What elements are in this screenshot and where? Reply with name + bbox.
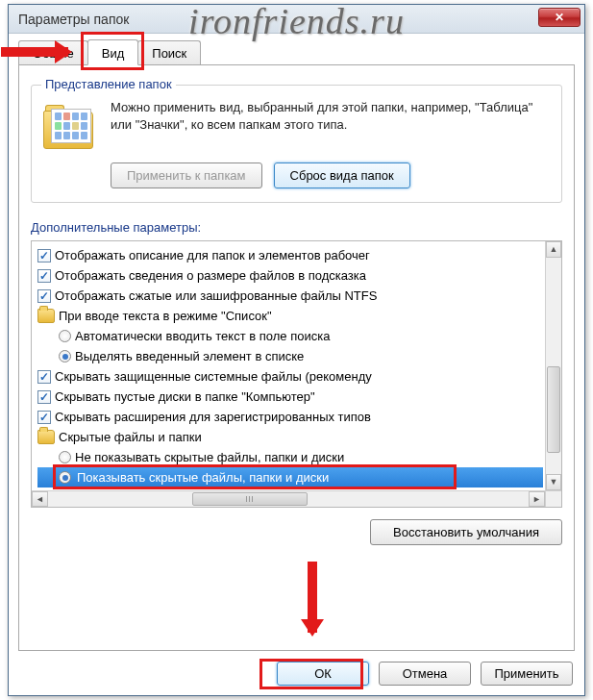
tree-item-label: Скрытые файлы и папки <box>59 430 202 444</box>
annotation-arrow-tab <box>1 47 68 57</box>
tree-item-8[interactable]: Скрывать расширения для зарегистрированн… <box>37 407 543 427</box>
tree-item-label: Не показывать скрытые файлы, папки и дис… <box>75 450 344 464</box>
tree-item-2[interactable]: Отображать сжатые или зашифрованные файл… <box>37 286 543 306</box>
advanced-settings-label: Дополнительные параметры: <box>31 220 562 235</box>
tree-item-label: При вводе текста в режиме "Список" <box>59 309 272 323</box>
folder-views-title: Представление папок <box>41 77 176 91</box>
tree-item-label: Показывать скрытые файлы, папки и диски <box>75 469 331 486</box>
hscroll-thumb[interactable] <box>192 492 308 506</box>
ok-button[interactable]: ОК <box>277 662 369 686</box>
checkbox-icon[interactable] <box>37 249 51 262</box>
close-icon: ✕ <box>555 11 564 24</box>
checkbox-icon[interactable] <box>37 411 51 424</box>
tree-item-label: Отображать сжатые или зашифрованные файл… <box>55 288 377 303</box>
horizontal-scrollbar[interactable]: ◄ ► <box>32 490 545 507</box>
window-title: Параметры папок <box>18 12 129 27</box>
tree-item-label: Отображать сведения о размере файлов в п… <box>55 268 366 283</box>
folder-views-description: Можно применить вид, выбранный для этой … <box>111 99 550 134</box>
advanced-settings-tree: Отображать описание для папок и элементо… <box>31 240 562 508</box>
scroll-down-icon[interactable]: ▼ <box>546 474 561 490</box>
tree-item-1[interactable]: Отображать сведения о размере файлов в п… <box>37 265 543 286</box>
tree-item-11[interactable]: Показывать скрытые файлы, папки и диски <box>37 467 543 488</box>
tab-view[interactable]: Вид <box>87 39 139 65</box>
tree-viewport: Отображать описание для папок и элементо… <box>32 241 545 490</box>
folder-icon <box>37 309 55 323</box>
tree-item-5[interactable]: Выделять введенный элемент в списке <box>37 346 543 366</box>
close-button[interactable]: ✕ <box>538 8 581 27</box>
tree-item-7[interactable]: Скрывать пустые диски в папке "Компьютер… <box>37 387 543 407</box>
folder-views-icon <box>43 103 97 149</box>
vscroll-thumb[interactable] <box>547 366 560 453</box>
tree-item-label: Автоматически вводить текст в поле поиск… <box>75 329 330 343</box>
client-area: Общие Вид Поиск Представление папок Можн… <box>9 34 584 695</box>
tree-item-0[interactable]: Отображать описание для папок и элементо… <box>37 245 543 265</box>
radio-icon[interactable] <box>59 350 71 362</box>
tree-item-label: Выделять введенный элемент в списке <box>75 349 304 363</box>
tree-item-label: Скрывать пустые диски в папке "Компьютер… <box>55 389 315 404</box>
apply-button[interactable]: Применить <box>481 662 573 686</box>
vertical-scrollbar[interactable]: ▲ ▼ <box>545 241 561 490</box>
tree-item-label: Скрывать расширения для зарегистрированн… <box>55 410 371 424</box>
annotation-arrow-ok <box>308 562 317 633</box>
tree-item-9: Скрытые файлы и папки <box>37 427 543 447</box>
tree-item-label: Отображать описание для папок и элементо… <box>55 248 370 262</box>
checkbox-icon[interactable] <box>37 289 51 303</box>
cancel-button[interactable]: Отмена <box>379 662 471 686</box>
scroll-right-icon[interactable]: ► <box>529 491 545 507</box>
tree-item-4[interactable]: Автоматически вводить текст в поле поиск… <box>37 326 543 346</box>
radio-icon[interactable] <box>59 451 71 463</box>
restore-defaults-button[interactable]: Восстановить умолчания <box>370 519 562 545</box>
tree-item-6[interactable]: Скрывать защищенные системные файлы (рек… <box>37 366 543 387</box>
tree-item-label: Скрывать защищенные системные файлы (рек… <box>55 369 372 384</box>
scroll-left-icon[interactable]: ◄ <box>32 491 48 507</box>
checkbox-icon[interactable] <box>37 370 51 384</box>
reset-folders-button[interactable]: Сброс вида папок <box>274 162 410 188</box>
titlebar[interactable]: Параметры папок ✕ <box>9 5 584 34</box>
dialog-window: Параметры папок ✕ Общие Вид Поиск Предст… <box>8 4 585 696</box>
tab-strip: Общие Вид Поиск <box>18 39 575 65</box>
tree-item-3: При вводе текста в режиме "Список" <box>37 306 543 326</box>
tree-item-10[interactable]: Не показывать скрытые файлы, папки и дис… <box>37 447 543 467</box>
radio-icon[interactable] <box>59 330 71 342</box>
scroll-up-icon[interactable]: ▲ <box>546 241 561 258</box>
folder-icon <box>37 430 55 444</box>
dialog-buttons: ОК Отмена Применить <box>277 662 573 686</box>
apply-to-folders-button: Применить к папкам <box>111 162 262 188</box>
tab-panel-view: Представление папок Можно применить вид,… <box>18 64 575 651</box>
radio-icon[interactable] <box>59 471 71 484</box>
tab-search[interactable]: Поиск <box>137 40 201 66</box>
checkbox-icon[interactable] <box>37 269 51 283</box>
checkbox-icon[interactable] <box>37 390 51 404</box>
scrollbar-corner <box>545 490 561 507</box>
folder-views-group: Представление папок Можно применить вид,… <box>31 85 562 203</box>
